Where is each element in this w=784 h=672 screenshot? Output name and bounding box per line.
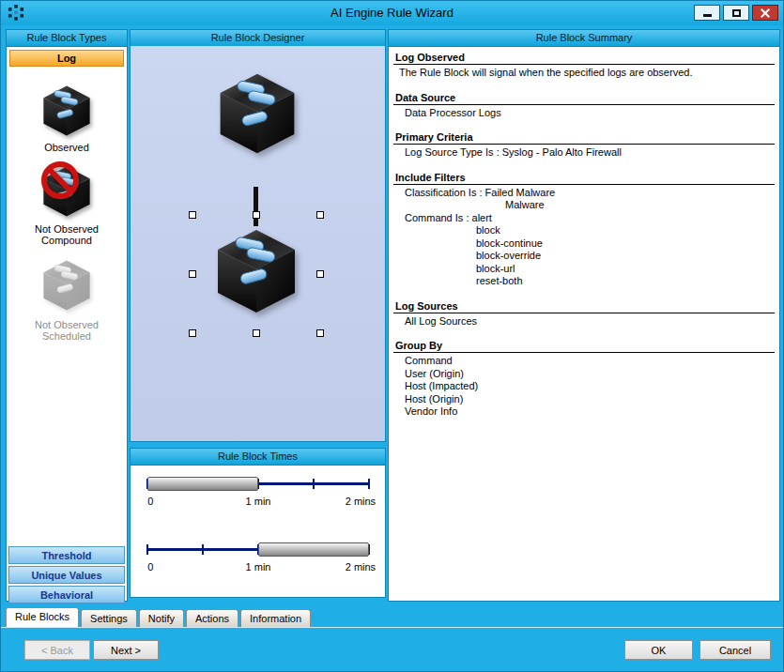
time-range-bar[interactable] [258,542,369,557]
behavioral-button[interactable]: Behavioral [8,586,125,603]
summary-section: Log SourcesAll Log Sources [393,300,775,328]
tick-label: 2 mins [346,496,376,507]
unique-values-button[interactable]: Unique Values [8,566,125,584]
rule-block-summary-header: Rule Block Summary [389,30,779,47]
window-controls [694,5,778,21]
tick-label: 0 [147,561,153,573]
block-type-observed-label: Observed [7,142,127,153]
window-title: AI Engine Rule Wizard [1,6,783,20]
wizard-tabstrip: Rule Blocks Settings Notify Actions Info… [1,608,783,628]
summary-section-title: Log Sources [393,300,775,313]
tick-label: 0 [147,496,153,507]
selection-handle[interactable] [189,270,196,278]
block-type-scheduled-label-1: Not Observed [7,319,127,330]
block-type-compound-label-2: Compound [7,235,127,246]
ai-engine-rule-wizard-window: AI Engine Rule Wizard Rule Block Types L… [0,0,784,672]
design-surface[interactable] [131,46,385,441]
summary-line: block-continue [393,237,775,251]
summary-line: Vendor Info [393,405,775,419]
summary-line: Command [393,355,775,368]
rule-block-times-header: Rule Block Times [131,449,385,466]
selection-handle[interactable] [253,211,260,219]
summary-line: Command Is : alert [393,212,775,225]
selection-handle[interactable] [316,329,324,337]
rule-block-times-panel: Rule Block Times 0 1 min 2 mins [130,448,386,598]
cancel-button[interactable]: Cancel [699,640,771,660]
summary-section: Log ObservedThe Rule Block will signal w… [393,52,775,80]
summary-section-title: Log Observed [393,52,775,65]
summary-line: Log Source Type Is : Syslog - Palo Alto … [393,146,775,160]
close-button[interactable] [752,5,778,21]
slider-tick [313,479,315,489]
summary-section-title: Data Source [393,92,775,105]
block-type-scheduled-label-2: Scheduled [7,330,127,342]
block-type-observed[interactable] [38,83,96,139]
back-button[interactable]: < Back [24,640,90,660]
summary-line: reset-both [393,275,775,288]
minimize-icon [703,14,712,17]
tab-information[interactable]: Information [240,609,311,627]
summary-line: block-override [393,250,775,263]
summary-line: All Log Sources [393,315,775,328]
block-type-not-observed-scheduled [38,257,96,313]
observed-cube-icon [38,83,96,139]
rule-block-designer-header: Rule Block Designer [131,30,385,47]
rule-block-designer-panel: Rule Block Designer [130,29,386,442]
rule-block-summary-panel: Rule Block Summary Log ObservedThe Rule … [388,29,780,602]
summary-section: Data SourceData Processor Logs [393,92,775,120]
summary-line: Classification Is : Failed Malware [393,187,775,200]
time-range-bar[interactable] [147,477,258,491]
ok-button[interactable]: OK [624,640,693,660]
tab-actions[interactable]: Actions [186,609,238,627]
summary-section-title: Primary Criteria [393,131,775,145]
scheduled-cube-icon [38,257,96,313]
selection-handle[interactable] [189,211,196,219]
close-icon [761,8,770,18]
upper-cube-icon [210,69,304,159]
next-button[interactable]: Next > [93,640,159,660]
rule-block-node-selected[interactable] [208,224,305,322]
titlebar: AI Engine Rule Wizard [1,1,783,25]
selection-handle[interactable] [253,329,260,337]
rule-block-node-upper[interactable] [210,69,304,162]
summary-line: Host (Impacted) [393,380,775,393]
summary-line: User (Origin) [393,368,775,381]
time-range-slider[interactable]: 0 1 min 2 mins [140,535,377,580]
slider-tick [368,479,370,489]
slider-tick [146,544,148,555]
summary-line: Data Processor Logs [393,107,775,120]
selected-cube-icon [208,224,305,318]
tick-label: 1 min [246,496,271,507]
block-type-compound-label-1: Not Observed [7,223,127,235]
slider-tick [202,544,204,555]
minimize-button[interactable] [694,5,720,21]
summary-section-title: Include Filters [393,172,775,185]
summary-section: Primary CriteriaLog Source Type Is : Sys… [393,131,775,160]
tab-settings[interactable]: Settings [81,609,137,627]
block-type-not-observed-compound[interactable] [38,163,96,220]
summary-line: The Rule Block will signal when the spec… [393,67,775,80]
tick-label: 1 min [246,561,271,573]
summary-section: Group ByCommandUser (Origin)Host (Impact… [393,340,775,419]
time-range-slider[interactable]: 0 1 min 2 mins [140,469,377,514]
summary-line: block [393,224,775,237]
log-type-button[interactable]: Log [9,50,124,67]
threshold-button[interactable]: Threshold [8,546,125,564]
tab-notify[interactable]: Notify [139,609,184,627]
summary-section: Include FiltersClassification Is : Faile… [393,172,775,288]
selection-handle[interactable] [316,270,324,278]
rule-block-types-panel: Rule Block Types Log Observed Not Observ… [6,29,128,602]
prohibited-icon [39,160,81,201]
summary-line: block-url [393,263,775,276]
selection-handle[interactable] [316,211,324,219]
maximize-button[interactable] [723,5,749,21]
maximize-icon [732,9,741,17]
summary-sections: Log ObservedThe Rule Block will signal w… [389,46,779,601]
summary-line: Malware [393,199,775,212]
rule-block-types-header: Rule Block Types [7,30,127,47]
summary-section-title: Group By [393,340,775,353]
tab-rule-blocks[interactable]: Rule Blocks [6,607,79,627]
selection-handle[interactable] [189,329,196,337]
connector-line [254,187,258,226]
summary-line: Host (Origin) [393,393,775,406]
